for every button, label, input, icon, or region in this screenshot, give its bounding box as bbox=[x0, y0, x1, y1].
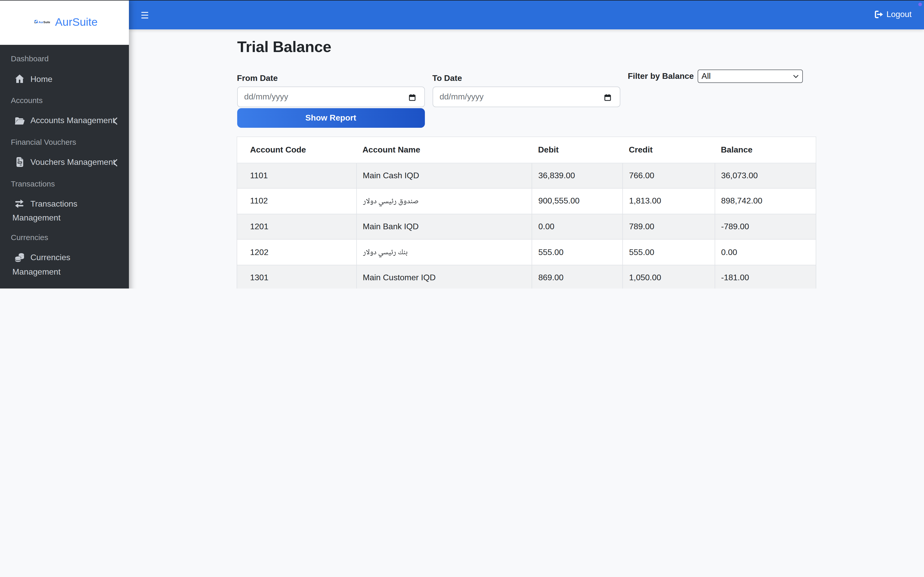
svg-text:AurSuite: AurSuite bbox=[39, 20, 50, 23]
